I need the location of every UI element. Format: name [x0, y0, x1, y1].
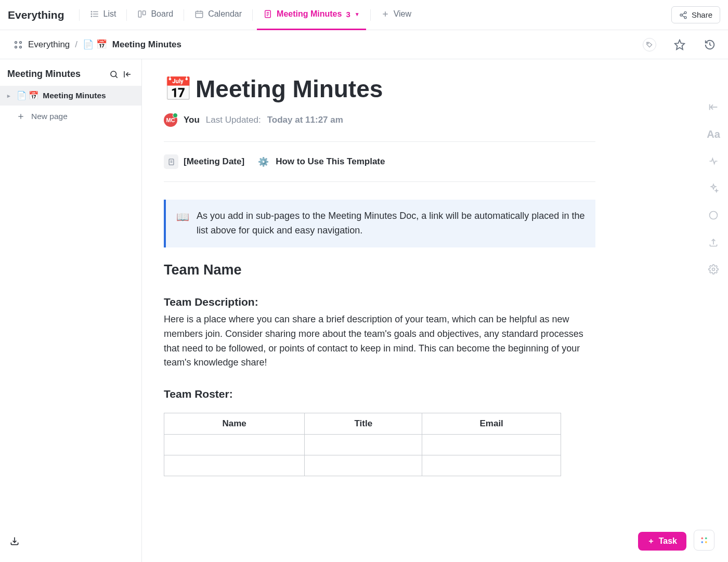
svg-point-23	[15, 41, 17, 43]
roster-table[interactable]: Name Title Email	[164, 413, 561, 476]
share-label: Share	[692, 10, 712, 19]
svg-point-24	[20, 41, 22, 43]
svg-line-30	[115, 76, 117, 77]
subpage-meeting-date[interactable]: [Meeting Date]	[164, 154, 244, 169]
svg-point-25	[15, 46, 17, 48]
sidebar-item-label: Meeting Minutes	[43, 91, 106, 100]
sidebar-footer	[0, 530, 141, 553]
team-description-body[interactable]: Here is a place where you can share a br…	[164, 312, 595, 371]
tab-label: View	[394, 9, 411, 19]
rail-back-button[interactable]	[707, 101, 720, 113]
doc-icon	[263, 9, 272, 19]
sidebar-item-meeting-minutes[interactable]: ▸ 📄 📅 Meeting Minutes	[0, 86, 141, 106]
breadcrumb-page[interactable]: Meeting Minutes	[112, 40, 181, 50]
body: Meeting Minutes ▸ 📄 📅 Meeting Minutes Ne…	[0, 59, 728, 562]
subpage-label: [Meeting Date]	[184, 156, 244, 167]
tag-button[interactable]	[641, 36, 658, 54]
import-button[interactable]	[9, 536, 132, 546]
updated-label: Last Updated:	[206, 115, 261, 125]
rail-activity-button[interactable]	[707, 155, 720, 167]
cell[interactable]	[422, 435, 561, 455]
cell[interactable]	[164, 435, 305, 455]
table-row[interactable]	[164, 435, 561, 455]
svg-point-26	[20, 46, 22, 48]
plus-icon	[647, 538, 655, 545]
svg-point-46	[701, 537, 703, 539]
col-name[interactable]: Name	[164, 413, 305, 435]
chevron-down-icon: ▼	[355, 11, 360, 17]
svg-point-29	[111, 71, 116, 77]
callout-text: As you add in sub-pages to the Meeting M…	[197, 209, 585, 238]
tab-list[interactable]: List	[84, 0, 123, 30]
svg-rect-8	[196, 11, 203, 18]
breadcrumb-root[interactable]: Everything	[28, 40, 70, 50]
search-button[interactable]	[109, 70, 119, 79]
doc-meta: MC You Last Updated: Today at 11:27 am	[164, 113, 595, 142]
collapse-sidebar-button[interactable]	[123, 70, 132, 79]
sidebar-new-page[interactable]: New page	[0, 106, 141, 127]
gear-icon: ⚙️	[256, 154, 270, 169]
heading-team-description[interactable]: Team Description:	[164, 296, 595, 308]
tab-calendar[interactable]: Calendar	[188, 0, 248, 30]
rail-ai-button[interactable]	[707, 182, 720, 194]
cell[interactable]	[164, 455, 305, 476]
svg-point-49	[705, 541, 707, 543]
new-task-button[interactable]: Task	[638, 532, 686, 551]
breadcrumb-separator: /	[75, 40, 77, 50]
list-icon	[90, 9, 99, 19]
sidebar-title: Meeting Minutes	[7, 69, 105, 80]
svg-point-4	[91, 14, 92, 15]
cell[interactable]	[422, 455, 561, 476]
grid-icon[interactable]	[14, 40, 23, 49]
heading-team-name[interactable]: Team Name	[164, 262, 595, 278]
callout[interactable]: 📖 As you add in sub-pages to the Meeting…	[164, 200, 595, 247]
svg-point-18	[684, 11, 686, 14]
star-icon	[674, 39, 685, 50]
main-content: 📅 Meeting Minutes MC You Last Updated: T…	[142, 59, 728, 562]
divider	[79, 9, 80, 21]
tab-count: 3	[346, 10, 350, 19]
search-icon	[109, 70, 119, 79]
rail-settings-button[interactable]	[707, 263, 720, 276]
svg-point-48	[701, 541, 703, 543]
col-title[interactable]: Title	[305, 413, 422, 435]
rail-comments-button[interactable]	[707, 209, 720, 221]
subpage-how-to-use[interactable]: ⚙️ How to Use This Template	[256, 154, 385, 169]
tab-label: List	[103, 9, 116, 19]
doc-emoji[interactable]: 📅	[164, 75, 192, 102]
tag-icon	[643, 38, 656, 51]
doc-title[interactable]: Meeting Minutes	[196, 75, 383, 103]
author-name: You	[184, 115, 200, 125]
doc-icon	[164, 154, 178, 169]
collapse-icon	[123, 70, 132, 79]
favorite-button[interactable]	[671, 36, 688, 54]
sidebar-header: Meeting Minutes	[0, 69, 141, 86]
chevron-right-icon: ▸	[7, 93, 12, 99]
cell[interactable]	[305, 455, 422, 476]
apps-button[interactable]	[694, 530, 714, 551]
tab-label: Board	[151, 9, 173, 19]
arrow-left-stop-icon	[708, 101, 719, 113]
svg-point-3	[91, 11, 92, 12]
tab-add-view[interactable]: View	[375, 0, 418, 30]
table-row[interactable]	[164, 455, 561, 476]
subpages-row: [Meeting Date] ⚙️ How to Use This Templa…	[164, 142, 595, 182]
col-email[interactable]: Email	[422, 413, 561, 435]
top-bar: Everything List Board Calendar Meeting M…	[0, 0, 728, 30]
heading-team-roster[interactable]: Team Roster:	[164, 388, 595, 400]
divider	[370, 9, 371, 21]
svg-point-27	[647, 43, 648, 44]
breadcrumb-page-emoji: 📄 📅	[83, 39, 107, 50]
apps-icon	[699, 535, 709, 545]
author-avatar[interactable]: MC	[164, 113, 177, 127]
rail-typography-button[interactable]: Aa	[707, 128, 720, 140]
cell[interactable]	[305, 435, 422, 455]
subpage-label: How to Use This Template	[276, 156, 385, 167]
history-button[interactable]	[701, 36, 719, 54]
sidebar-item-emoji: 📄 📅	[17, 91, 38, 100]
task-label: Task	[659, 537, 677, 546]
share-button[interactable]: Share	[671, 6, 720, 23]
rail-export-button[interactable]	[707, 236, 720, 249]
tab-board[interactable]: Board	[131, 0, 179, 30]
tab-meeting-minutes[interactable]: Meeting Minutes 3 ▼	[257, 0, 366, 30]
